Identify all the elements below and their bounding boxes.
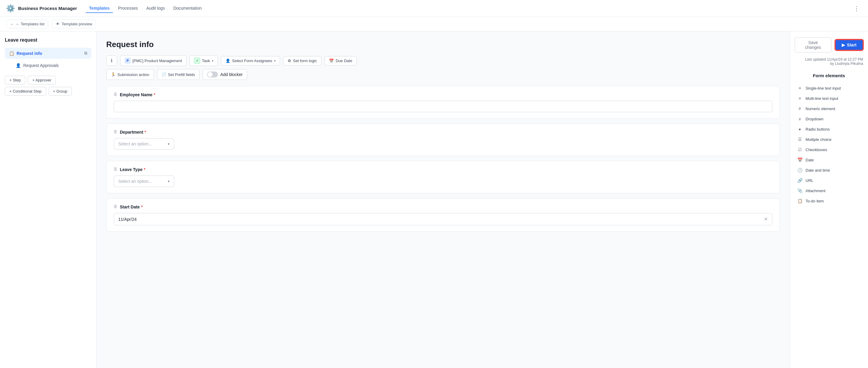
fe-date[interactable]: 📅 Date xyxy=(795,155,863,165)
play-icon: ▶ xyxy=(842,42,845,47)
fe-checkboxes-label: Checkboxes xyxy=(806,147,827,152)
drag-handle-start-date[interactable]: ⠿ xyxy=(114,204,117,209)
add-step-button[interactable]: + Step xyxy=(5,76,25,85)
date-icon: 📅 xyxy=(797,158,803,162)
assignees-button[interactable]: 👤 Select Form Assignees ▾ xyxy=(221,56,280,65)
required-star-department: * xyxy=(145,130,146,135)
toolbar-row2: 🏃 Submission action 📄 Set Prefill fields… xyxy=(106,69,780,80)
more-options-icon[interactable]: ⋮ xyxy=(851,4,862,13)
prefill-button[interactable]: 📄 Set Prefill fields xyxy=(157,69,200,80)
due-date-button[interactable]: 📅 Due Date xyxy=(324,56,357,65)
leave-type-placeholder: Select an option... xyxy=(118,179,152,184)
fe-multi-line[interactable]: ≡ Multi-line text input xyxy=(795,93,863,103)
required-star-start-date: * xyxy=(141,204,143,209)
form-elements-list: ≡ Single-line text input ≡ Multi-line te… xyxy=(795,83,863,206)
fe-radio[interactable]: ● Radio buttons xyxy=(795,124,863,134)
copy-icon[interactable]: ⧉ xyxy=(84,51,87,56)
fe-date-time-label: Date and time xyxy=(806,168,830,172)
dropdown-icon: ∨ xyxy=(797,116,803,121)
submission-label: Submission action xyxy=(117,72,149,77)
start-date-input[interactable]: 11/Apr/24 ✕ xyxy=(114,213,772,225)
start-date-clear-icon[interactable]: ✕ xyxy=(764,216,768,222)
sidebar-item-request-info[interactable]: 📋 Request info ⧉ xyxy=(5,48,91,59)
date-time-icon: 🕐 xyxy=(797,168,803,172)
last-updated: Last updated 11/Apr/24 at 12:27 PM by Li… xyxy=(795,57,863,66)
url-icon: 🔗 xyxy=(797,178,803,183)
fe-checkboxes[interactable]: ☑ Checkboxes xyxy=(795,144,863,155)
form-card-leave-type: ⠿ Leave Type * Select an option... ▾ xyxy=(106,161,780,193)
sidebar-item-label-request-info: Request info xyxy=(17,51,82,56)
nav-documentation[interactable]: Documentation xyxy=(169,4,205,13)
employee-name-label: ⠿ Employee Name * xyxy=(114,92,772,97)
top-nav: ⚙️ Business Process Manager Templates Pr… xyxy=(0,0,868,17)
right-panel-top: Save changes ▶ Start xyxy=(795,37,863,53)
project-badge-icon: P xyxy=(125,58,131,64)
single-line-icon: ≡ xyxy=(797,86,803,91)
fe-numeric[interactable]: # Numeric element xyxy=(795,103,863,114)
fe-dropdown-label: Dropdown xyxy=(806,117,823,121)
add-group-button[interactable]: + Group xyxy=(49,87,72,96)
task-button[interactable]: ✓ Task ▾ xyxy=(189,55,218,66)
department-dropdown-icon: ▾ xyxy=(168,142,169,146)
fe-numeric-label: Numeric element xyxy=(806,106,835,111)
fe-multiple-choice-label: Multiple choice xyxy=(806,137,832,142)
nav-templates[interactable]: Templates xyxy=(85,4,113,13)
multiple-choice-icon: ☰ xyxy=(797,137,803,142)
toggle-switch[interactable] xyxy=(207,71,218,77)
main-layout: Leave request 📋 Request info ⧉ 👤 Request… xyxy=(0,31,868,368)
form-elements-title: Form elements xyxy=(795,73,863,78)
save-changes-button[interactable]: Save changes xyxy=(795,37,832,53)
add-approver-button[interactable]: + Approver xyxy=(28,76,56,85)
fe-todo[interactable]: 📋 To-do item xyxy=(795,196,863,206)
task-badge-icon: ✓ xyxy=(194,58,200,64)
fe-single-line[interactable]: ≡ Single-line text input xyxy=(795,83,863,93)
start-date-value: 11/Apr/24 xyxy=(118,217,137,222)
drag-handle-department[interactable]: ⠿ xyxy=(114,130,117,135)
templates-list-button[interactable]: ← ← Templates list xyxy=(6,20,48,28)
sub-nav: ← ← Templates list 👁 Template preview xyxy=(0,17,868,31)
fe-multi-line-label: Multi-line text input xyxy=(806,96,838,101)
fe-radio-label: Radio buttons xyxy=(806,127,830,132)
right-panel: Save changes ▶ Start Last updated 11/Apr… xyxy=(789,31,868,368)
nav-links: Templates Processes Audit logs Documenta… xyxy=(85,4,843,13)
fe-attachment[interactable]: 📎 Attachment xyxy=(795,186,863,196)
multi-line-icon: ≡ xyxy=(797,96,803,101)
employee-name-input[interactable] xyxy=(114,101,772,112)
department-label: ⠿ Department * xyxy=(114,130,772,135)
request-info-icon: 📋 xyxy=(9,51,14,56)
submission-icon: 🏃 xyxy=(111,72,116,77)
drag-handle-employee[interactable]: ⠿ xyxy=(114,92,117,97)
sidebar-item-request-approvals[interactable]: 👤 Request Approvals xyxy=(5,60,91,71)
blocker-label: Add blocker xyxy=(220,72,243,77)
fe-dropdown[interactable]: ∨ Dropdown xyxy=(795,114,863,124)
department-select[interactable]: Select an option... ▾ xyxy=(114,138,174,149)
page-title: Request info xyxy=(106,40,780,49)
eye-icon: 👁 xyxy=(56,22,60,26)
drag-handle-leave-type[interactable]: ⠿ xyxy=(114,167,117,172)
template-preview-button[interactable]: 👁 Template preview xyxy=(52,20,96,28)
numeric-icon: # xyxy=(797,106,803,111)
leave-type-select[interactable]: Select an option... ▾ xyxy=(114,175,174,187)
required-star-leave-type: * xyxy=(144,167,145,172)
blocker-toggle[interactable]: Add blocker xyxy=(203,69,247,80)
department-placeholder: Select an option... xyxy=(118,141,152,146)
fe-multiple-choice[interactable]: ☰ Multiple choice xyxy=(795,134,863,144)
back-icon: ← xyxy=(10,22,14,26)
due-date-label: Due Date xyxy=(336,59,352,63)
nav-audit-logs[interactable]: Audit logs xyxy=(143,4,168,13)
required-star-employee: * xyxy=(154,92,155,97)
start-button[interactable]: ▶ Start xyxy=(835,39,863,51)
sidebar-title: Leave request xyxy=(5,37,91,43)
toolbar: ℹ P [PMC] Product Management ✓ Task ▾ 👤 … xyxy=(106,55,780,80)
content-area: Request info ℹ P [PMC] Product Managemen… xyxy=(97,31,789,368)
form-logic-button[interactable]: ⚙ Set form logic xyxy=(283,56,321,65)
fe-date-time[interactable]: 🕐 Date and time xyxy=(795,165,863,175)
nav-processes[interactable]: Processes xyxy=(114,4,141,13)
submission-action-button[interactable]: 🏃 Submission action xyxy=(106,69,154,80)
brand: ⚙️ Business Process Manager xyxy=(6,4,77,13)
add-conditional-step-button[interactable]: + Conditional Step xyxy=(5,87,46,96)
project-button[interactable]: P [PMC] Product Management xyxy=(120,55,187,66)
fe-url[interactable]: 🔗 URL xyxy=(795,175,863,186)
sidebar-actions: + Step + Approver + Conditional Step + G… xyxy=(5,76,91,96)
info-button[interactable]: ℹ xyxy=(106,56,117,66)
